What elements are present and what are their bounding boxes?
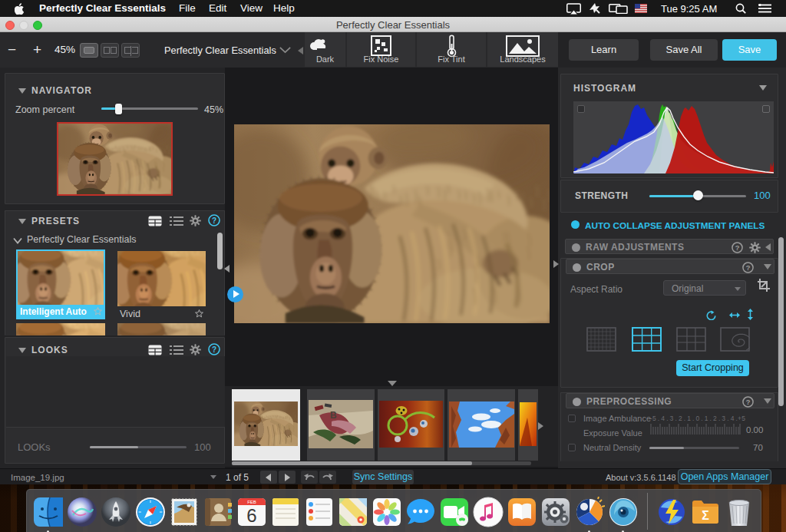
svg-text:B: B <box>330 410 337 421</box>
svg-text:FEB: FEB <box>247 500 256 504</box>
svg-text:6: 6 <box>246 505 256 526</box>
svg-text:Σ: Σ <box>702 509 709 522</box>
svg-text:?: ? <box>746 398 751 405</box>
svg-text:?: ? <box>735 243 740 251</box>
svg-text:?: ? <box>746 263 751 271</box>
